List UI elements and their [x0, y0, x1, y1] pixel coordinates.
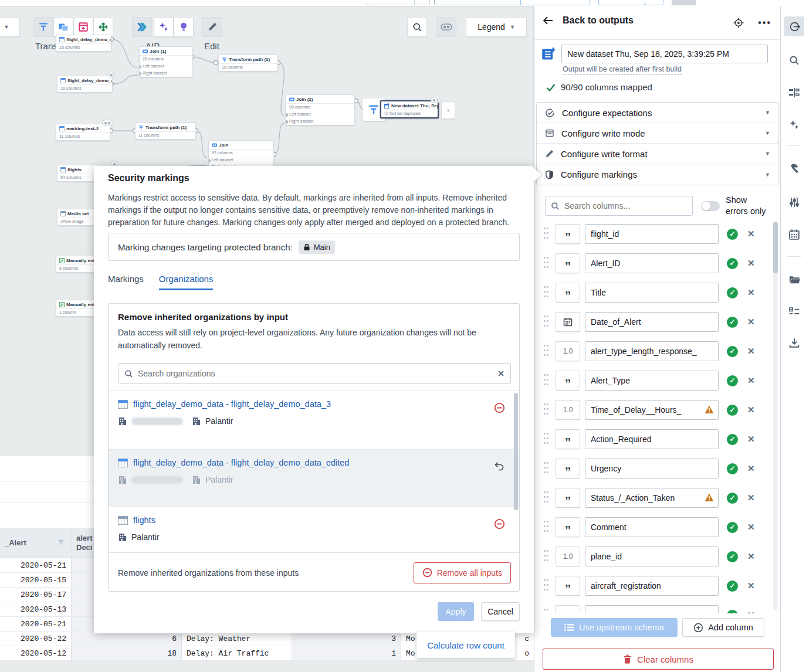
- node-flight-delay-demo-data[interactable]: flight_delay_demo_data... 28 columns: [56, 35, 111, 52]
- add-table-tool-button[interactable]: [73, 17, 93, 37]
- drag-handle-icon[interactable]: [544, 579, 548, 592]
- pivot-tool-button[interactable]: [93, 17, 113, 37]
- remove-column-icon[interactable]: ✕: [747, 551, 755, 562]
- transform-tool-button[interactable]: [33, 17, 53, 37]
- organizations-search[interactable]: ✕: [118, 363, 511, 384]
- drag-handle-icon[interactable]: [544, 228, 548, 240]
- output-icon[interactable]: [784, 16, 804, 36]
- string-type-icon[interactable]: ”: [556, 488, 580, 508]
- double-type-icon[interactable]: 1.0: [556, 547, 580, 566]
- add-column-button[interactable]: Add column: [682, 618, 764, 637]
- node-marking-test-2[interactable]: marking-test-2 11 columns: [56, 124, 110, 141]
- more-options-icon[interactable]: •••: [758, 18, 771, 28]
- cropped-button[interactable]: [434, 0, 521, 5]
- use-upstream-schema-button[interactable]: Use upstream schema: [551, 618, 678, 637]
- node-transform-path-2[interactable]: Transform path (2) 28 columns: [218, 55, 278, 72]
- remove-input-button[interactable]: [493, 518, 505, 530]
- tab-markings[interactable]: Markings: [108, 274, 144, 290]
- double-type-icon[interactable]: 1.0: [556, 400, 580, 420]
- column-name-input[interactable]: [585, 459, 719, 478]
- drag-handle-icon[interactable]: [544, 403, 548, 416]
- column-name-input[interactable]: [585, 312, 719, 332]
- configure-write-mode-row[interactable]: Configure write mode ▼: [537, 123, 778, 144]
- remove-column-icon[interactable]: ✕: [747, 493, 755, 503]
- join-tool-button[interactable]: [53, 17, 73, 37]
- drag-handle-icon[interactable]: [544, 374, 548, 387]
- cropped-button[interactable]: [414, 0, 430, 5]
- show-errors-toggle[interactable]: [701, 201, 720, 211]
- drag-handle-icon[interactable]: [544, 315, 548, 328]
- undo-remove-button[interactable]: [493, 460, 505, 472]
- string-type-icon[interactable]: ”: [556, 283, 580, 303]
- double-type-icon[interactable]: 1.0: [556, 341, 580, 361]
- sliders-icon[interactable]: [785, 194, 803, 211]
- search-columns-box[interactable]: [545, 196, 693, 216]
- configure-write-format-row[interactable]: Configure write format ▼: [537, 144, 778, 164]
- search-columns-input[interactable]: [564, 201, 687, 211]
- dataset-link[interactable]: flight_delay_demo_data - flight_delay_de…: [118, 458, 497, 467]
- drag-handle-icon[interactable]: [544, 286, 548, 299]
- string-type-icon[interactable]: ”: [556, 371, 580, 391]
- org-input-item[interactable]: flight_delay_demo_data - flight_delay_de…: [109, 450, 520, 507]
- drag-handle-icon[interactable]: [544, 433, 548, 446]
- dataset-link[interactable]: flights: [118, 515, 497, 525]
- checklist-icon[interactable]: [785, 303, 803, 321]
- cancel-button[interactable]: Cancel: [481, 602, 520, 621]
- legend-button[interactable]: Legend ▼: [466, 17, 527, 37]
- string-type-icon[interactable]: ”: [556, 576, 580, 596]
- remove-input-button[interactable]: [493, 402, 505, 413]
- calendar-icon[interactable]: [785, 226, 803, 243]
- remove-column-icon[interactable]: ✕: [747, 610, 755, 613]
- remove-column-icon[interactable]: ✕: [747, 258, 755, 269]
- string-type-icon[interactable]: ”: [556, 459, 580, 478]
- cropped-button[interactable]: [645, 0, 663, 5]
- configure-expectations-row[interactable]: Configure expectations ▼: [537, 103, 778, 123]
- cropped-button[interactable]: [598, 0, 645, 5]
- compare-columns-icon[interactable]: [785, 84, 803, 101]
- column-name-input[interactable]: [585, 371, 719, 391]
- remove-all-inputs-button[interactable]: Remove all inputs: [414, 562, 511, 583]
- remove-column-icon[interactable]: ✕: [747, 346, 755, 357]
- org-input-item[interactable]: flight_delay_demo_data - flight_delay_de…: [109, 391, 520, 450]
- drag-handle-icon[interactable]: [544, 462, 548, 475]
- column-name-input[interactable]: [585, 547, 719, 566]
- string-type-icon[interactable]: ”: [556, 224, 580, 244]
- filter-icon[interactable]: [57, 538, 65, 547]
- edit-tool-button[interactable]: [202, 17, 222, 37]
- string-type-icon[interactable]: [556, 605, 580, 613]
- calculate-row-count-button[interactable]: Calculate row count: [416, 632, 515, 658]
- column-name-input[interactable]: [585, 576, 719, 596]
- drag-handle-icon[interactable]: [544, 257, 548, 270]
- remove-column-icon[interactable]: ✕: [747, 581, 755, 591]
- column-name-input[interactable]: [585, 341, 719, 361]
- apply-button[interactable]: Apply: [438, 602, 474, 621]
- expand-node-button[interactable]: ›: [441, 101, 455, 119]
- node-join-1[interactable]: Join (1) 28 columns Left dataset Right d…: [139, 46, 193, 77]
- drag-handle-icon[interactable]: [544, 609, 548, 613]
- remove-column-icon[interactable]: ✕: [747, 522, 755, 532]
- node-transform-path-1[interactable]: Transform path (1) 11 columns: [135, 123, 196, 140]
- remove-column-icon[interactable]: ✕: [747, 463, 755, 474]
- output-dataset-name-input[interactable]: [561, 45, 768, 63]
- back-to-outputs[interactable]: Back to outputs: [543, 15, 634, 26]
- column-name-input[interactable]: [585, 488, 719, 508]
- remove-column-icon[interactable]: ✕: [747, 229, 755, 239]
- cropped-button[interactable]: [672, 0, 696, 5]
- aip-suggestions-button[interactable]: [174, 17, 194, 37]
- string-type-icon[interactable]: ”: [556, 517, 580, 537]
- clear-columns-button[interactable]: Clear columns: [543, 649, 774, 670]
- configure-markings-row[interactable]: Configure markings ▼: [537, 164, 778, 185]
- org-list-scrollbar[interactable]: [514, 393, 518, 510]
- drag-handle-icon[interactable]: [544, 521, 548, 534]
- aip-logic-button[interactable]: [132, 17, 152, 37]
- string-type-icon[interactable]: ”: [556, 253, 580, 273]
- column-name-input[interactable]: [585, 224, 719, 244]
- node-join-2[interactable]: Join (2) 90 columns Left dataset Right d…: [286, 94, 355, 125]
- date-type-icon[interactable]: [556, 312, 580, 332]
- cropped-button[interactable]: [520, 0, 590, 5]
- branch-tag[interactable]: Main: [299, 240, 335, 254]
- clear-search-icon[interactable]: ✕: [497, 369, 504, 378]
- folder-icon[interactable]: [785, 271, 803, 289]
- remove-column-icon[interactable]: ✕: [747, 375, 755, 386]
- column-name-input[interactable]: [585, 400, 719, 420]
